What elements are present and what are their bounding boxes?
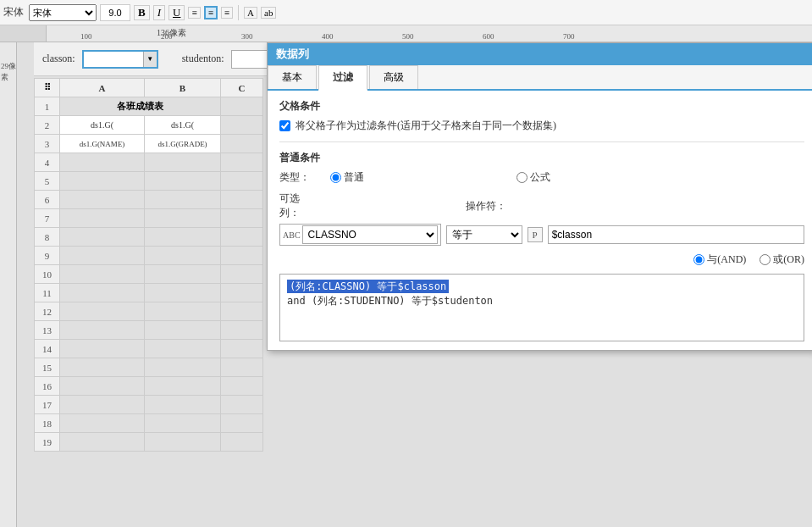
or-label[interactable]: 或(OR): [760, 252, 804, 267]
type-normal-label[interactable]: 普通: [330, 170, 364, 185]
font-size-input[interactable]: [100, 4, 130, 21]
type-formula-radio[interactable]: [516, 172, 528, 183]
col-header-c[interactable]: C: [221, 79, 263, 97]
type-formula-text: 公式: [530, 170, 550, 185]
cell-8a[interactable]: [60, 228, 145, 247]
cell-3a[interactable]: ds1.G(NAME): [60, 135, 145, 153]
cell-18c[interactable]: [221, 414, 263, 433]
italic-btn[interactable]: I: [153, 5, 165, 20]
abc-icon: ABC: [283, 230, 301, 240]
cell-2c[interactable]: [221, 116, 263, 135]
cell-9c[interactable]: [221, 247, 263, 265]
row-num-13: 13: [35, 321, 60, 340]
cell-16b[interactable]: [145, 377, 221, 396]
cell-14c[interactable]: [221, 340, 263, 358]
cell-5a[interactable]: [60, 172, 145, 191]
tab-basic[interactable]: 基本: [268, 65, 317, 89]
cell-7c[interactable]: [221, 209, 263, 228]
cell-8b[interactable]: [145, 228, 221, 247]
col-header-b[interactable]: B: [145, 79, 221, 97]
cell-5c[interactable]: [221, 172, 263, 191]
cell-19b[interactable]: [145, 433, 221, 452]
bg-icon[interactable]: ab: [261, 7, 276, 19]
cell-17a[interactable]: [60, 396, 145, 414]
cell-13a[interactable]: [60, 321, 145, 340]
title-cell[interactable]: 各班成绩表: [60, 97, 221, 116]
value-icon[interactable]: P: [528, 227, 543, 242]
classon-input[interactable]: [84, 53, 143, 65]
cell-10b[interactable]: [145, 265, 221, 284]
color-icon[interactable]: A: [244, 7, 257, 19]
cell-16a[interactable]: [60, 377, 145, 396]
align-left-btn[interactable]: ≡: [188, 7, 200, 19]
cell-16c[interactable]: [221, 377, 263, 396]
cell-4b[interactable]: [145, 153, 221, 172]
cell-9a[interactable]: [60, 247, 145, 265]
cell-15b[interactable]: [145, 358, 221, 377]
underline-btn[interactable]: U: [168, 5, 185, 20]
cell-14b[interactable]: [145, 340, 221, 358]
bold-btn[interactable]: B: [134, 5, 150, 20]
data-panel: 数据列 基本 过滤 高级 父格条件 将父格子作为过滤条件(适用于父子格来自于同一…: [267, 42, 812, 351]
cell-3c[interactable]: [221, 135, 263, 153]
filter-value-input[interactable]: [548, 225, 804, 244]
cell-6c[interactable]: [221, 191, 263, 209]
cell-12c[interactable]: [221, 302, 263, 321]
cell-1c[interactable]: [221, 97, 263, 116]
cell-2b[interactable]: ds1.G(: [145, 116, 221, 135]
align-right-btn[interactable]: ≡: [221, 7, 233, 19]
type-normal-radio[interactable]: [330, 172, 341, 183]
font-family-select[interactable]: 宋体: [29, 4, 97, 21]
operator-select[interactable]: 等于 不等于 大于 小于 包含: [446, 225, 522, 244]
cell-11b[interactable]: [145, 284, 221, 302]
cell-2a[interactable]: ds1.G(: [60, 116, 145, 135]
cell-6b[interactable]: [145, 191, 221, 209]
classon-dropdown-btn[interactable]: ▼: [143, 52, 157, 67]
parent-condition-title: 父格条件: [279, 99, 804, 114]
ruler-tick-100: 100: [80, 32, 92, 41]
and-radio[interactable]: [693, 254, 704, 265]
cell-5b[interactable]: [145, 172, 221, 191]
cell-12a[interactable]: [60, 302, 145, 321]
cell-17b[interactable]: [145, 396, 221, 414]
cell-19a[interactable]: [60, 433, 145, 452]
type-formula-label[interactable]: 公式: [516, 170, 550, 185]
cell-9b[interactable]: [145, 247, 221, 265]
row-num-1: 1: [35, 97, 60, 116]
cell-7b[interactable]: [145, 209, 221, 228]
cell-4a[interactable]: [60, 153, 145, 172]
tab-advanced[interactable]: 高级: [369, 65, 418, 89]
cell-11c[interactable]: [221, 284, 263, 302]
or-radio[interactable]: [760, 254, 771, 265]
cell-12b[interactable]: [145, 302, 221, 321]
cell-10c[interactable]: [221, 265, 263, 284]
cell-15c[interactable]: [221, 358, 263, 377]
cell-19c[interactable]: [221, 433, 263, 452]
canvas-area: classon: ▼ studenton: 💾 🎨 ✏️ 查询: [17, 42, 812, 527]
table-row: 11: [35, 284, 263, 302]
cell-17c[interactable]: [221, 396, 263, 414]
ruler-tick-500: 500: [402, 32, 414, 41]
cell-10a[interactable]: [60, 265, 145, 284]
align-center-btn[interactable]: ≡: [204, 6, 218, 19]
cell-14a[interactable]: [60, 340, 145, 358]
studenton-label: studenton:: [182, 53, 224, 65]
condition-editor[interactable]: (列名:CLASSNO) 等于$classon and (列名:STUDENTN…: [279, 274, 804, 341]
cell-15a[interactable]: [60, 358, 145, 377]
column-select[interactable]: CLASSNO STUDENTNO NAME GRADE: [302, 225, 438, 244]
cell-11a[interactable]: [60, 284, 145, 302]
table-row: 15: [35, 358, 263, 377]
cell-4c[interactable]: [221, 153, 263, 172]
cell-3b[interactable]: ds1.G(GRADE): [145, 135, 221, 153]
tab-filter[interactable]: 过滤: [318, 65, 367, 91]
cell-6a[interactable]: [60, 191, 145, 209]
col-header-a[interactable]: A: [60, 79, 145, 97]
cell-13c[interactable]: [221, 321, 263, 340]
parent-condition-checkbox[interactable]: [279, 120, 290, 131]
cell-8c[interactable]: [221, 228, 263, 247]
cell-18b[interactable]: [145, 414, 221, 433]
cell-18a[interactable]: [60, 414, 145, 433]
cell-7a[interactable]: [60, 209, 145, 228]
and-label[interactable]: 与(AND): [693, 252, 746, 267]
cell-13b[interactable]: [145, 321, 221, 340]
